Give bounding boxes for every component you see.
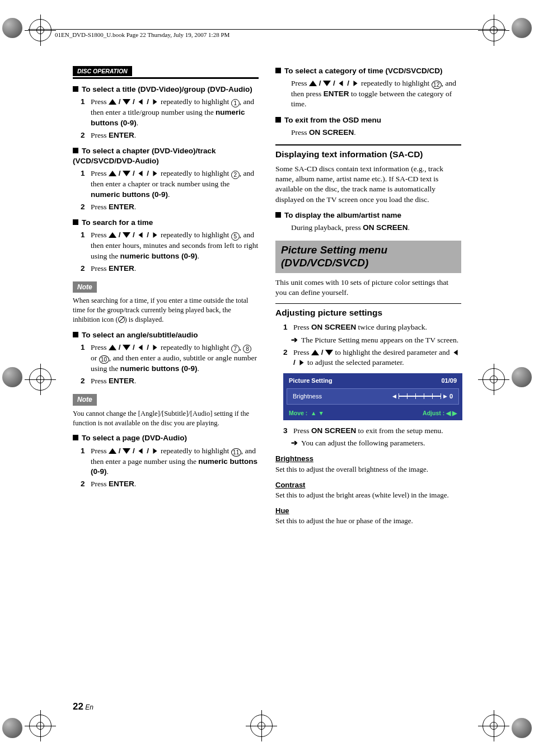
down-icon [123, 232, 130, 238]
registration-dot [512, 367, 532, 387]
svg-marker-1 [123, 99, 130, 105]
svg-marker-14 [139, 345, 143, 350]
svg-marker-11 [153, 232, 157, 238]
registration-mark [29, 368, 51, 391]
step-1: 1 Press / / / repeatedly to highlight 11… [81, 446, 259, 477]
left-icon [452, 350, 460, 355]
circled-12-icon: 12 [432, 81, 442, 89]
param-desc: Set this to adjust the overall brightnes… [275, 464, 461, 475]
osd-slider: ◀ ▶ 0 [392, 392, 453, 401]
left-icon [137, 99, 144, 105]
svg-marker-9 [123, 232, 130, 238]
up-icon [109, 99, 116, 105]
svg-marker-7 [153, 171, 157, 176]
heading-display-album: To display the album/artist name [275, 210, 461, 220]
osd-adjust-label: Adjust : [423, 410, 444, 416]
substep: ➔You can adjust the following parameters… [291, 438, 461, 448]
heading-select-angle: To select an angle/subtitle/audio [73, 330, 259, 340]
page-content: DISC OPERATION To select a title (DVD-Vi… [73, 66, 461, 694]
svg-marker-13 [123, 345, 130, 350]
circled-2-icon: 2 [231, 171, 240, 179]
left-icon [137, 448, 144, 454]
svg-marker-12 [109, 345, 116, 350]
right-icon [151, 171, 159, 176]
registration-mark [483, 715, 505, 737]
step-2: 2 Press ENTER. [81, 376, 259, 386]
circled-7-icon: 7 [231, 345, 240, 353]
main-heading-picture-setting: Picture Setting menu (DVD/VCD/SVCD) [275, 241, 461, 273]
subheading-sacd: Displaying text information (SA-CD) [275, 149, 461, 161]
svg-marker-22 [339, 81, 343, 86]
registration-dot [512, 18, 532, 38]
svg-marker-16 [109, 448, 116, 454]
disc-operation-label: DISC OPERATION [73, 66, 132, 76]
circled-1-icon: 1 [231, 99, 240, 107]
down-icon [325, 350, 333, 355]
up-icon [109, 448, 116, 454]
svg-marker-25 [325, 350, 333, 355]
note-label: Note [73, 394, 97, 405]
param-desc: Set this to adjust the bright areas (whi… [275, 490, 461, 500]
down-icon [123, 99, 130, 105]
down-icon [123, 171, 130, 176]
heading-select-category: To select a category of time (VCD/SVCD/C… [275, 66, 461, 76]
step-1: 1 Press / / / repeatedly to highlight 1,… [81, 97, 259, 128]
left-column: DISC OPERATION To select a title (DVD-Vi… [73, 66, 259, 694]
svg-marker-5 [123, 171, 130, 176]
registration-mark [483, 368, 505, 391]
step-2: 2 Press ENTER. [81, 479, 259, 489]
svg-marker-23 [353, 81, 357, 86]
substep: ➔The Picture Setting menu appears on the… [291, 335, 461, 345]
svg-marker-17 [123, 448, 130, 454]
up-icon [109, 232, 116, 238]
param-hue: Hue [275, 506, 461, 516]
osd-value: 0 [449, 392, 453, 401]
step-2: 2 Press / to highlight the desired param… [283, 348, 461, 368]
step-1: 1 Press / / / repeatedly to highlight 2,… [81, 168, 259, 199]
up-icon [309, 81, 317, 86]
step-2: 2 Press ENTER. [81, 202, 259, 212]
svg-marker-15 [153, 345, 157, 350]
svg-marker-20 [309, 81, 317, 86]
heading-exit-osd: To exit from the OSD menu [275, 115, 461, 125]
step-2: 2 Press ENTER. [81, 130, 259, 140]
left-icon [337, 81, 345, 86]
left-icon [137, 232, 144, 238]
right-icon [151, 99, 159, 105]
left-icon [137, 171, 144, 176]
down-icon [123, 345, 130, 350]
registration-dot [2, 18, 22, 38]
prohibit-icon [118, 316, 125, 323]
step-2: 2 Press ENTER. [81, 264, 259, 274]
step-3: 3 Press ON SCREEN to exit from the setup… [283, 426, 461, 436]
body-text: Press ON SCREEN. [291, 128, 461, 138]
registration-dot [2, 718, 22, 738]
heading-select-title: To select a title (DVD-Video)/group (DVD… [73, 84, 259, 95]
circled-10-icon: 10 [99, 355, 109, 364]
step-1: 1 Press / / / repeatedly to highlight 7,… [81, 342, 259, 374]
note-text: You cannot change the [Angle]/[Subtitle]… [73, 409, 259, 428]
circled-8-icon: 8 [243, 345, 251, 353]
param-contrast: Contrast [275, 480, 461, 490]
param-brightness: Brightness [275, 454, 461, 464]
right-icon [151, 448, 159, 454]
osd-move-label: Move : [289, 410, 307, 416]
svg-marker-27 [299, 360, 303, 365]
step-1: 1 Press / / / repeatedly to highlight 5,… [81, 230, 259, 261]
subheading-adjusting: Adjusting picture settings [275, 307, 461, 319]
heading-select-page: To select a page (DVD-Audio) [73, 433, 259, 443]
right-icon [352, 81, 359, 86]
svg-marker-4 [109, 171, 116, 176]
registration-dot [512, 718, 532, 738]
right-icon [151, 345, 159, 350]
note-text: When searching for a time, if you enter … [73, 296, 259, 325]
note-label: Note [73, 281, 97, 293]
osd-param: Brightness [293, 392, 322, 401]
body-text: This unit comes with 10 sets of picture … [275, 278, 461, 298]
down-icon [323, 81, 331, 86]
svg-marker-3 [153, 99, 157, 105]
right-icon [298, 360, 306, 365]
heading-select-chapter: To select a chapter (DVD-Video)/track (V… [73, 146, 259, 166]
svg-marker-21 [323, 81, 331, 86]
param-desc: Set this to adjust the hue or phase of t… [275, 516, 461, 526]
